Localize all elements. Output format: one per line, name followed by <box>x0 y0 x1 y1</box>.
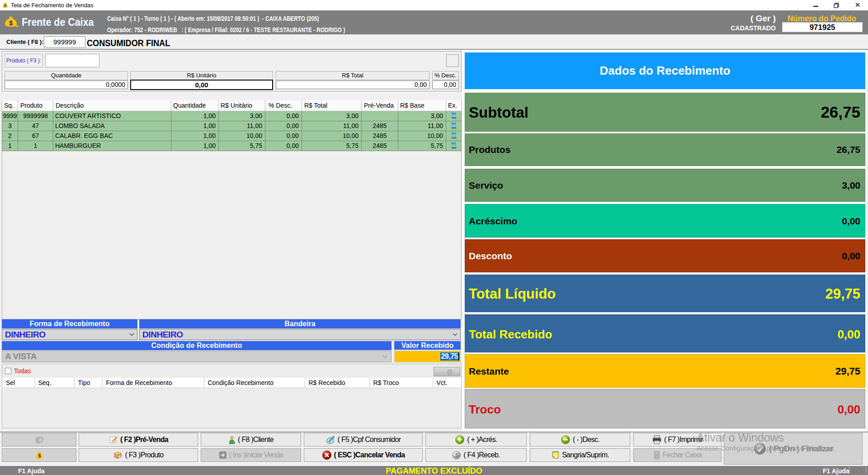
svg-text:$: $ <box>38 453 41 458</box>
svg-text:$: $ <box>9 19 13 27</box>
svg-text:$: $ <box>4 4 6 8</box>
